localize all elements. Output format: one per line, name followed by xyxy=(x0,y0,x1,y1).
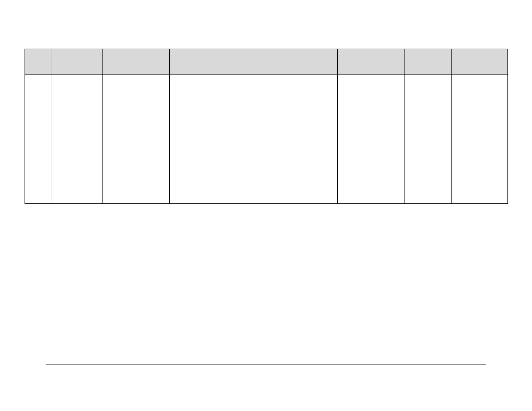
table-cell xyxy=(338,75,404,139)
table-cell xyxy=(452,139,508,204)
table-cell xyxy=(404,75,452,139)
footer-divider xyxy=(46,364,486,364)
table-cell xyxy=(170,139,338,204)
table-cell xyxy=(170,75,338,139)
table-cell xyxy=(25,139,52,204)
table-header-cell xyxy=(338,49,404,75)
table-cell xyxy=(25,75,52,139)
table-header-row xyxy=(25,49,508,75)
table-cell xyxy=(404,139,452,204)
table-header-cell xyxy=(52,49,103,75)
table-row xyxy=(25,139,508,204)
table-cell xyxy=(452,75,508,139)
table-header-cell xyxy=(25,49,52,75)
table-cell xyxy=(103,139,135,204)
table-row xyxy=(25,75,508,139)
data-table xyxy=(25,49,508,204)
table-cell xyxy=(338,139,404,204)
table-cell xyxy=(135,75,170,139)
table-header-cell xyxy=(170,49,338,75)
table-cell xyxy=(135,139,170,204)
table-cell xyxy=(52,139,103,204)
table-cell xyxy=(52,75,103,139)
document-page xyxy=(0,0,532,411)
table-header-cell xyxy=(135,49,170,75)
table-header-cell xyxy=(103,49,135,75)
table-header-cell xyxy=(404,49,452,75)
table-cell xyxy=(103,75,135,139)
table-header-cell xyxy=(452,49,508,75)
